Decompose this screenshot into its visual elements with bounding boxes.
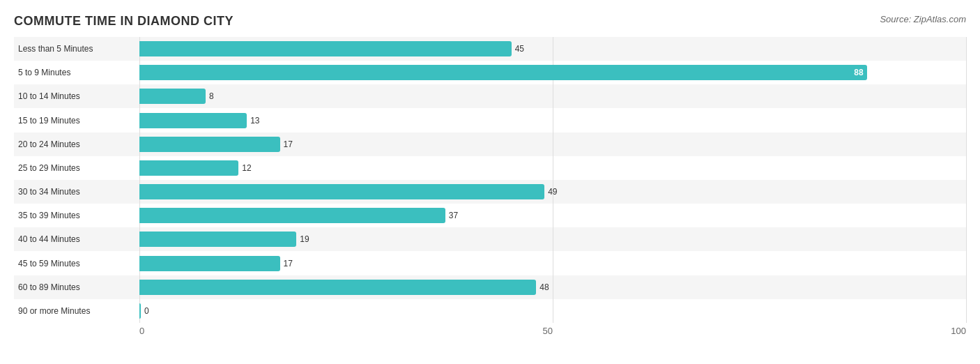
bars-area: Less than 5 Minutes455 to 9 Minutes8810 … [14,37,966,323]
bar-row: 25 to 29 Minutes12 [14,156,966,180]
bar-label: 45 to 59 Minutes [14,259,139,268]
axis-label: 100 [951,326,966,336]
bar-fill [139,232,296,247]
bar-label: 60 to 89 Minutes [14,282,139,292]
bar-label: 25 to 29 Minutes [14,163,139,173]
bar-track: 49 [139,180,966,204]
axis-label: 50 [543,326,553,336]
bar-label: 30 to 34 Minutes [14,187,139,197]
bar-track: 19 [139,227,966,251]
bar-fill [139,41,512,56]
bar-row: 15 to 19 Minutes13 [14,109,966,132]
bar-fill [139,303,141,319]
bar-label: 35 to 39 Minutes [14,211,139,220]
chart-source: Source: ZipAtlas.com [880,14,966,24]
bar-row: 5 to 9 Minutes88 [14,61,966,84]
bar-track: 8 [139,84,966,108]
bar-row: 10 to 14 Minutes8 [14,84,966,108]
chart-title: COMMUTE TIME IN DIAMOND CITY [14,14,233,29]
bar-row: 30 to 34 Minutes49 [14,180,966,204]
bar-row: 90 or more Minutes0 [14,299,966,323]
bars-container: Less than 5 Minutes455 to 9 Minutes8810 … [14,37,966,323]
bar-row: 40 to 44 Minutes19 [14,227,966,251]
bar-track: 0 [139,299,966,323]
bar-track: 48 [139,275,966,299]
bar-value: 12 [242,163,251,173]
bar-value: 48 [539,282,549,292]
axis-label: 0 [139,326,144,336]
bar-label: 5 to 9 Minutes [14,68,139,77]
bar-label: 90 or more Minutes [14,306,139,316]
bar-value: 0 [144,306,149,316]
bar-value: 17 [284,139,293,149]
bar-track: 88 [139,61,966,84]
bar-fill [139,184,544,199]
bar-fill [139,113,247,128]
bar-track: 17 [139,132,966,156]
bar-value-inside: 88 [854,68,863,77]
bar-label: 20 to 24 Minutes [14,139,139,149]
bar-track: 13 [139,109,966,132]
bottom-axis: 050100 [14,323,966,336]
bar-fill [139,256,280,271]
bar-row: Less than 5 Minutes45 [14,37,966,61]
bar-label: 40 to 44 Minutes [14,234,139,244]
bar-value: 45 [515,44,524,54]
bar-row: 60 to 89 Minutes48 [14,275,966,299]
bar-fill [139,89,206,104]
bar-track: 45 [139,37,966,61]
bar-value: 8 [209,91,214,101]
bar-label: 15 to 19 Minutes [14,116,139,126]
chart-container: COMMUTE TIME IN DIAMOND CITY Source: Zip… [0,0,980,364]
bar-label: Less than 5 Minutes [14,44,139,54]
bar-value: 19 [300,234,309,244]
bar-row: 20 to 24 Minutes17 [14,132,966,156]
bar-value: 13 [250,116,259,126]
chart-header: COMMUTE TIME IN DIAMOND CITY Source: Zip… [14,14,966,29]
bar-value: 49 [548,187,557,197]
bar-track: 12 [139,156,966,180]
grid-line [966,37,967,323]
bar-label: 10 to 14 Minutes [14,91,139,101]
bar-row: 45 to 59 Minutes17 [14,252,966,275]
axis-labels: 050100 [139,326,966,336]
bar-fill [139,208,445,223]
bar-fill [139,137,280,152]
bar-value: 17 [284,259,293,268]
bar-track: 17 [139,252,966,275]
bar-row: 35 to 39 Minutes37 [14,204,966,227]
bar-value: 37 [449,211,458,220]
bar-fill [139,160,238,176]
bar-track: 37 [139,204,966,227]
bar-fill: 88 [139,65,867,80]
bar-fill [139,280,536,295]
